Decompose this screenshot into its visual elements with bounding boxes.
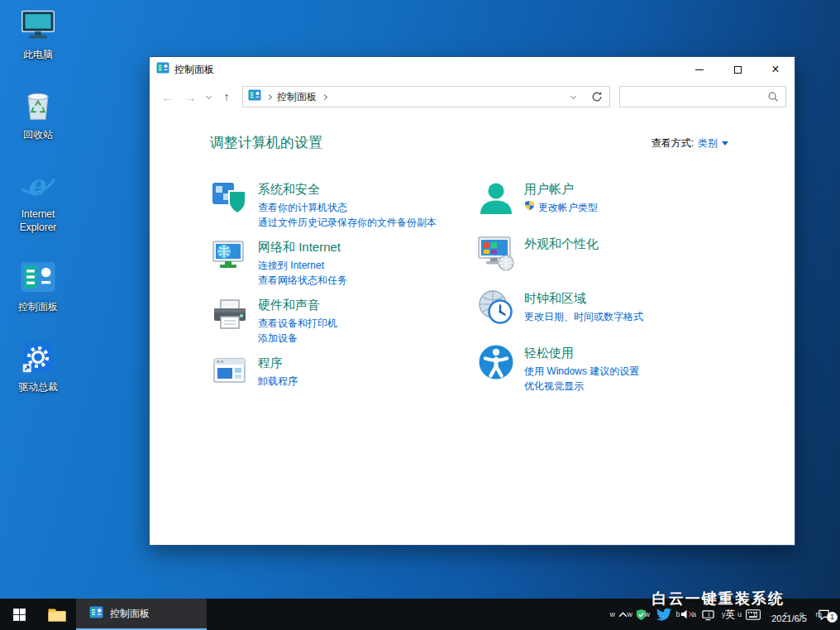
desktop-icon-driver-master[interactable]: 驱动总裁 (7, 339, 69, 394)
view-by-label: 查看方式: (651, 136, 694, 150)
internet-explorer-icon: e (20, 166, 56, 206)
recent-locations-dropdown[interactable] (203, 96, 214, 98)
address-bar[interactable]: 控制面板 (242, 86, 610, 107)
control-panel-icon (156, 61, 169, 78)
desktop-icon-label: 回收站 (23, 129, 53, 142)
window-content: 调整计算机的设置 查看方式: 类别 系统和安全 查看你的计算机状态 通过文件历史… (150, 112, 795, 545)
title-bar[interactable]: 控制面板 × (150, 57, 795, 82)
close-icon: × (771, 63, 779, 76)
maximize-icon (734, 66, 742, 74)
link-review-computer-status[interactable]: 查看你的计算机状态 (258, 200, 437, 215)
link-file-history-backup[interactable]: 通过文件历史记录保存你的文件备份副本 (258, 215, 437, 230)
link-add-device[interactable]: 添加设备 (258, 331, 337, 346)
windows-logo-icon (12, 608, 26, 622)
link-change-account-type[interactable]: 更改帐户类型 (524, 200, 598, 215)
minimize-icon (695, 69, 704, 70)
desktop-icon-recycle-bin[interactable]: 回收站 (7, 87, 69, 142)
taskbar: 控制面板 英 2021/6/5 1 (0, 599, 840, 630)
link-connect-to-internet[interactable]: 连接到 Internet (258, 258, 347, 273)
link-label: 更改帐户类型 (538, 200, 598, 215)
link-view-network-status[interactable]: 查看网络状态和任务 (258, 273, 347, 288)
link-uninstall-program[interactable]: 卸载程序 (258, 374, 298, 389)
clock-region-icon[interactable] (476, 288, 516, 327)
breadcrumb-chevron-icon[interactable] (322, 93, 327, 99)
category-title-network-and-internet[interactable]: 网络和 Internet (258, 238, 347, 255)
close-button[interactable]: × (756, 57, 795, 82)
category-clock-and-region: 时钟和区域 更改日期、时间或数字格式 (476, 288, 795, 336)
taskbar-clock[interactable]: 2021/6/5 (768, 605, 810, 623)
category-title-hardware-and-sound[interactable]: 硬件和声音 (258, 296, 337, 313)
system-security-icon[interactable] (210, 179, 250, 218)
notification-badge: 1 (827, 612, 838, 623)
category-title-clock-and-region[interactable]: 时钟和区域 (524, 289, 643, 307)
link-view-devices-printers[interactable]: 查看设备和打印机 (258, 316, 337, 331)
security-shield-icon[interactable] (635, 609, 647, 621)
window-title: 控制面板 (174, 63, 214, 77)
network-internet-icon[interactable] (210, 236, 250, 276)
search-icon[interactable] (767, 91, 779, 103)
taskbar-file-explorer-button[interactable] (38, 599, 76, 630)
svg-text:e: e (26, 168, 46, 202)
category-programs: 程序 卸载程序 (210, 352, 476, 400)
chevron-down-icon (570, 93, 575, 98)
control-panel-icon (89, 605, 103, 623)
start-button[interactable] (0, 599, 38, 630)
this-pc-icon (20, 7, 56, 46)
hidden-icons-chevron[interactable] (618, 612, 628, 618)
control-panel-icon (248, 88, 261, 105)
bird-icon[interactable] (655, 605, 673, 623)
category-network-and-internet: 网络和 Internet 连接到 Internet 查看网络状态和任务 (210, 236, 476, 288)
file-explorer-icon (47, 604, 67, 624)
category-title-programs[interactable]: 程序 (258, 354, 298, 371)
touch-keyboard-icon[interactable] (746, 609, 761, 620)
view-by-value[interactable]: 类别 (698, 136, 718, 150)
desktop-icon-internet-explorer[interactable]: e Internet Explorer (7, 166, 69, 234)
user-accounts-icon[interactable] (476, 179, 516, 218)
up-button[interactable]: ↑ (217, 90, 236, 103)
breadcrumb-chevron-icon (266, 93, 272, 99)
recycle-bin-icon (20, 87, 56, 126)
link-change-date-time-formats[interactable]: 更改日期、时间或数字格式 (524, 309, 643, 324)
driver-master-icon (20, 339, 56, 379)
desktop-icon-label: 控制面板 (18, 301, 58, 314)
desktop-icon-control-panel[interactable]: 控制面板 (7, 259, 69, 314)
volume-muted-icon[interactable] (680, 609, 694, 620)
appearance-personalization-icon[interactable] (476, 233, 516, 273)
maximize-button[interactable] (718, 57, 756, 82)
category-title-user-accounts[interactable]: 用户帐户 (524, 180, 598, 198)
ease-of-access-icon[interactable] (476, 342, 516, 382)
control-panel-window: 控制面板 × ← → ↑ 控制面板 调整计算机的设置 查看方式: (149, 56, 795, 546)
forward-button[interactable]: → (180, 90, 200, 104)
category-ease-of-access: 轻松使用 使用 Windows 建议的设置 优化视觉显示 (476, 342, 795, 394)
desktop-icon-label: 此电脑 (23, 49, 53, 62)
category-title-system-and-security[interactable]: 系统和安全 (258, 180, 437, 198)
search-box[interactable] (619, 86, 786, 107)
taskbar-app-control-panel[interactable]: 控制面板 (76, 599, 207, 630)
refresh-button[interactable] (588, 91, 606, 103)
taskbar-app-label: 控制面板 (110, 607, 150, 621)
programs-icon[interactable] (210, 352, 250, 392)
address-dropdown-button[interactable] (564, 96, 582, 98)
category-title-appearance-personalization[interactable]: 外观和个性化 (524, 235, 599, 252)
dropdown-triangle-icon[interactable] (722, 141, 728, 146)
chevron-down-icon (205, 93, 211, 98)
view-by-control: 查看方式: 类别 (651, 136, 728, 150)
network-icon[interactable] (702, 609, 714, 621)
action-center-icon[interactable]: 1 (818, 609, 833, 621)
breadcrumb-control-panel[interactable]: 控制面板 (277, 90, 317, 104)
minimize-button[interactable] (680, 57, 718, 82)
search-input[interactable] (627, 91, 767, 103)
link-optimize-visual-display[interactable]: 优化视觉显示 (524, 379, 639, 394)
uac-shield-icon (524, 200, 535, 215)
category-system-and-security: 系统和安全 查看你的计算机状态 通过文件历史记录保存你的文件备份副本 (210, 179, 476, 230)
hardware-sound-icon[interactable] (210, 294, 250, 334)
refresh-icon (591, 91, 603, 103)
category-hardware-and-sound: 硬件和声音 查看设备和打印机 添加设备 (210, 294, 476, 346)
link-suggested-settings[interactable]: 使用 Windows 建议的设置 (524, 364, 639, 379)
back-button[interactable]: ← (158, 90, 178, 104)
desktop-icon-this-pc[interactable]: 此电脑 (7, 7, 69, 62)
desktop-icon-label: Internet Explorer (7, 208, 69, 234)
system-tray: 英 2021/6/5 1 (618, 599, 840, 630)
ime-language-indicator[interactable]: 英 (722, 608, 738, 622)
category-title-ease-of-access[interactable]: 轻松使用 (524, 344, 639, 361)
